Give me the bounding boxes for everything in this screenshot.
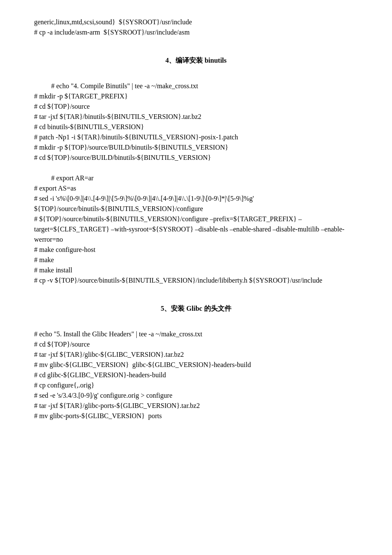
line-6: # mkdir -p ${TARGET_PREFIX} xyxy=(34,91,358,101)
line-29: # cd glibc-${GLIBC_VERSION}-headers-buil… xyxy=(34,370,358,380)
line-18: # make configure-host xyxy=(34,245,358,255)
line-26: # cd ${TOP}/source xyxy=(34,339,358,350)
line-22-blank xyxy=(34,286,358,296)
line-25: # echo "5. Install the Glibc Headers" | … xyxy=(34,329,358,339)
line-17-configure: # ${TOP}/source/binutils-${BINUTILS_VERS… xyxy=(34,214,358,245)
line-19: # make xyxy=(34,255,358,265)
line-8: # tar -jxf ${TAR}/binutils-${BINUTILS_VE… xyxy=(34,112,358,122)
line-27: # tar -jxf ${TAR}/glibc-${GLIBC_VERSION}… xyxy=(34,350,358,360)
line-10: # patch -Np1 -i ${TAR}/binutils-${BINUTI… xyxy=(34,132,358,142)
line-12: # cd ${TOP}/source/BUILD/binutils-${BINU… xyxy=(34,153,358,163)
section-heading-4: 4、编译安装 binutils xyxy=(34,55,358,66)
line-11: # mkdir -p ${TOP}/source/BUILD/binutils-… xyxy=(34,142,358,153)
line-32: # tar -jxf ${TAR}/glibc-ports-${GLIBC_VE… xyxy=(34,401,358,411)
line-14: # export AR=ar xyxy=(51,173,358,183)
line-23-blank xyxy=(34,319,358,329)
line-1: generic,linux,mtd,scsi,sound} ${SYSROOT}… xyxy=(34,17,358,27)
line-16-sed: # sed -i 's%\[0-9\]|4\\.[4-9\]|\[5-9\]%\… xyxy=(34,194,358,214)
line-5-blank xyxy=(34,71,358,81)
line-3 xyxy=(34,38,358,48)
line-20: # make install xyxy=(34,265,358,275)
line-9: # cd binutils-${BINUTILS_VERSION} xyxy=(34,122,358,132)
line-33: # mv glibc-ports-${GLIBC_VERSION} ports xyxy=(34,411,358,421)
main-content: generic,linux,mtd,scsi,sound} ${SYSROOT}… xyxy=(34,17,358,421)
line-21-cp: # cp -v ${TOP}/source/binutils-${BINUTIL… xyxy=(34,275,358,286)
line-30-sed: # cp configure{,.orig} xyxy=(34,380,358,390)
line-13-blank xyxy=(34,163,358,173)
section-heading-5: 5、安装 Glibc 的头文件 xyxy=(34,304,358,314)
line-31: # sed -e 's/3.4/3.[0-9]/g' configure.ori… xyxy=(34,390,358,401)
line-15: # export AS=as xyxy=(34,183,358,194)
line-7: # cd ${TOP}/source xyxy=(34,101,358,112)
line-5: # echo "4. Compile Binutils" | tee -a ~/… xyxy=(51,81,358,91)
line-2: # cp -a include/asm-arm ${SYSROOT}/usr/i… xyxy=(34,27,358,38)
line-28: # mv glibc-${GLIBC_VERSION} glibc-${GLIB… xyxy=(34,360,358,370)
